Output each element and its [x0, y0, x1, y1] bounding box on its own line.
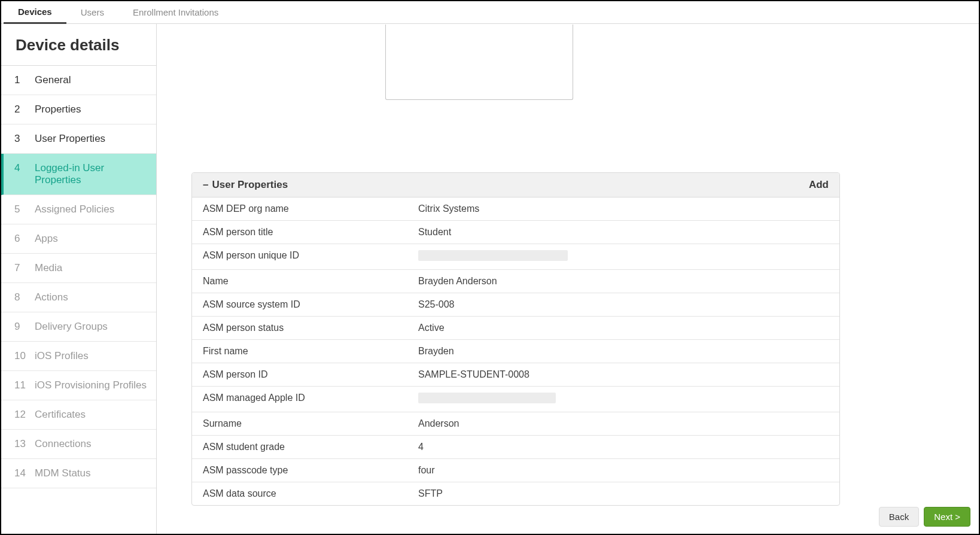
property-value: Student [418, 227, 829, 238]
page-title: Device details [1, 24, 156, 66]
sidebar-item-delivery-groups[interactable]: 9 Delivery Groups [1, 312, 156, 342]
property-label: Surname [203, 418, 418, 429]
property-label: ASM data source [203, 488, 418, 499]
property-value: Active [418, 323, 829, 333]
sidebar-item-number: 1 [14, 74, 26, 86]
sidebar-item-number: 14 [14, 467, 26, 479]
property-label: ASM person unique ID [203, 250, 418, 263]
property-row: ASM person titleStudent [192, 221, 839, 244]
property-row: ASM person unique ID [192, 244, 839, 270]
property-value: SAMPLE-STUDENT-0008 [418, 369, 829, 380]
sidebar-item-actions[interactable]: 8 Actions [1, 283, 156, 312]
upper-panel [385, 25, 573, 100]
sidebar-item-label: iOS Profiles [35, 350, 89, 362]
property-label: First name [203, 346, 418, 357]
collapse-icon[interactable]: – [203, 179, 208, 191]
sidebar-item-media[interactable]: 7 Media [1, 254, 156, 283]
sidebar-item-number: 7 [14, 262, 26, 274]
sidebar-item-ios-provisioning-profiles[interactable]: 11 iOS Provisioning Profiles [1, 371, 156, 400]
footer-buttons: Back Next > [879, 507, 970, 527]
property-label: ASM student grade [203, 442, 418, 452]
property-label: ASM person ID [203, 369, 418, 380]
property-label: ASM person status [203, 323, 418, 333]
property-row: ASM person IDSAMPLE-STUDENT-0008 [192, 363, 839, 387]
sidebar-item-label: Actions [35, 291, 68, 303]
sidebar-item-number: 9 [14, 321, 26, 333]
property-row: ASM source system IDS25-008 [192, 293, 839, 317]
sidebar-item-label: User Properties [35, 133, 105, 145]
property-value: S25-008 [418, 299, 829, 310]
property-value: SFTP [418, 488, 829, 499]
sidebar-item-properties[interactable]: 2 Properties [1, 95, 156, 124]
sidebar-item-number: 13 [14, 438, 26, 450]
main-content: – User Properties Add ASM DEP org nameCi… [157, 24, 979, 534]
sidebar-item-label: iOS Provisioning Profiles [35, 379, 147, 391]
sidebar-item-general[interactable]: 1 General [1, 66, 156, 95]
property-value: four [418, 465, 829, 476]
property-label: ASM person title [203, 227, 418, 238]
sidebar-item-number: 4 [14, 162, 26, 186]
top-tabs: Devices Users Enrollment Invitations [1, 1, 979, 24]
tab-enrollment-invitations[interactable]: Enrollment Invitations [118, 1, 233, 23]
sidebar-item-label: MDM Status [35, 467, 91, 479]
sidebar-item-label: Media [35, 262, 62, 274]
sidebar-item-user-properties[interactable]: 3 User Properties [1, 124, 156, 154]
sidebar-item-label: Assigned Policies [35, 203, 114, 215]
property-row: First nameBrayden [192, 340, 839, 363]
property-row: ASM DEP org nameCitrix Systems [192, 197, 839, 221]
sidebar-item-number: 2 [14, 104, 26, 115]
property-value: Brayden [418, 346, 829, 357]
back-button[interactable]: Back [879, 507, 919, 527]
sidebar-item-label: General [35, 74, 71, 86]
sidebar-item-logged-in-user-properties[interactable]: 4 Logged-in User Properties [1, 154, 156, 195]
property-value: Brayden Anderson [418, 276, 829, 287]
property-value [418, 393, 829, 406]
sidebar-item-label: Properties [35, 104, 81, 115]
sidebar-item-ios-profiles[interactable]: 10 iOS Profiles [1, 342, 156, 371]
property-row: ASM passcode typefour [192, 459, 839, 482]
property-label: ASM passcode type [203, 465, 418, 476]
sidebar-item-apps[interactable]: 6 Apps [1, 224, 156, 254]
sidebar-item-label: Connections [35, 438, 92, 450]
redacted-value [418, 393, 556, 403]
panel-title: User Properties [212, 179, 288, 191]
panel-header[interactable]: – User Properties Add [192, 173, 839, 197]
sidebar-item-label: Logged-in User Properties [35, 162, 149, 186]
property-row: ASM person statusActive [192, 317, 839, 340]
tab-devices[interactable]: Devices [4, 1, 66, 24]
property-value: 4 [418, 442, 829, 452]
sidebar-item-assigned-policies[interactable]: 5 Assigned Policies [1, 195, 156, 224]
property-label: ASM managed Apple ID [203, 393, 418, 406]
sidebar-item-connections[interactable]: 13 Connections [1, 430, 156, 459]
property-label: ASM source system ID [203, 299, 418, 310]
property-row: NameBrayden Anderson [192, 270, 839, 293]
sidebar-item-number: 12 [14, 409, 26, 421]
sidebar-item-number: 6 [14, 233, 26, 245]
sidebar-item-mdm-status[interactable]: 14 MDM Status [1, 459, 156, 488]
sidebar-item-label: Delivery Groups [35, 321, 108, 333]
tab-users[interactable]: Users [66, 1, 118, 23]
property-value [418, 250, 829, 263]
property-value: Citrix Systems [418, 203, 829, 214]
property-label: ASM DEP org name [203, 203, 418, 214]
sidebar-item-certificates[interactable]: 12 Certificates [1, 400, 156, 430]
sidebar-item-number: 8 [14, 291, 26, 303]
redacted-value [418, 250, 568, 261]
user-properties-panel: – User Properties Add ASM DEP org nameCi… [191, 172, 840, 506]
add-button[interactable]: Add [809, 179, 829, 191]
property-value: Anderson [418, 418, 829, 429]
sidebar-item-number: 10 [14, 350, 26, 362]
sidebar-item-label: Certificates [35, 409, 86, 421]
property-row: ASM data sourceSFTP [192, 482, 839, 505]
property-label: Name [203, 276, 418, 287]
property-row: ASM managed Apple ID [192, 387, 839, 412]
sidebar: Device details 1 General 2 Properties 3 … [1, 24, 157, 534]
next-button[interactable]: Next > [924, 507, 970, 527]
sidebar-item-number: 3 [14, 133, 26, 145]
sidebar-item-label: Apps [35, 233, 58, 245]
sidebar-item-number: 11 [14, 379, 26, 391]
property-row: SurnameAnderson [192, 412, 839, 436]
sidebar-item-number: 5 [14, 203, 26, 215]
property-row: ASM student grade4 [192, 436, 839, 459]
